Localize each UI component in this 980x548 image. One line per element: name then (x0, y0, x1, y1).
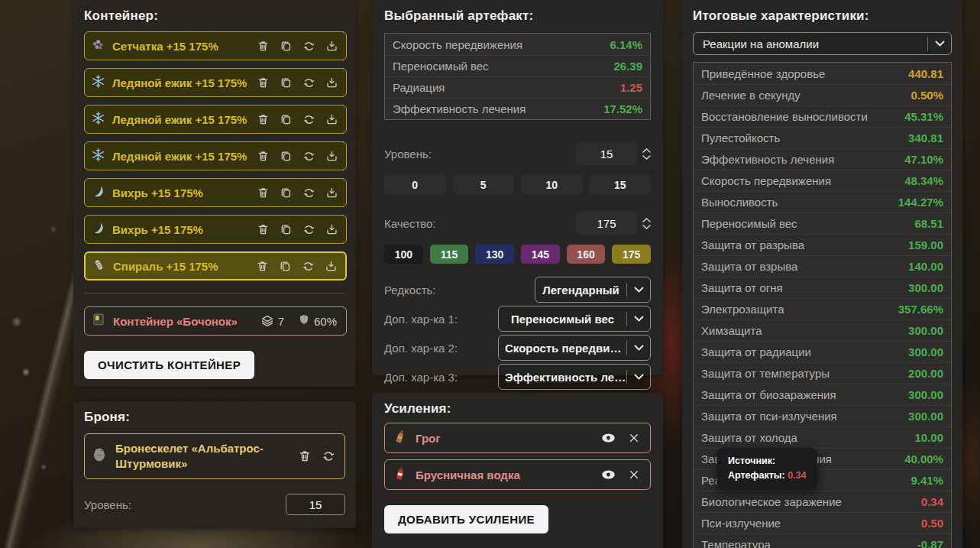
total-stat-row[interactable]: Биологическое заражение0.34 (694, 491, 951, 512)
boost-visibility-button[interactable] (601, 433, 616, 443)
reroll-artifact-button[interactable] (302, 260, 315, 273)
quality-option-button[interactable]: 145 (521, 245, 560, 264)
duplicate-artifact-button[interactable] (280, 186, 293, 199)
duplicate-artifact-button[interactable] (280, 76, 293, 89)
quality-option-button[interactable]: 115 (430, 245, 469, 264)
level-input[interactable]: 15 (576, 142, 637, 165)
quality-option-button[interactable]: 175 (612, 245, 651, 264)
total-stat-row[interactable]: Пси-излучение0.50 (694, 512, 951, 533)
container-panel: Контейнер: Сетчатка +15 175% Ледяной ежи… (73, 0, 356, 387)
armor-item[interactable]: Бронескелет «Альбатрос-Штурмовик» (84, 433, 345, 479)
extra-stat-1-select[interactable]: Переносимый вес (498, 306, 651, 332)
total-stat-row[interactable]: Химзащита300.00 (694, 319, 951, 341)
snowflake-artifact-icon (91, 148, 105, 165)
total-stat-row[interactable]: Лечение в секунду0.50% (694, 84, 951, 105)
delete-artifact-button[interactable] (257, 76, 270, 89)
level-option-button[interactable]: 15 (590, 175, 652, 194)
total-stat-row[interactable]: Переносимый вес68.51 (694, 212, 951, 234)
rarity-select[interactable]: Легендарный (535, 277, 651, 303)
boost-visibility-button[interactable] (601, 469, 616, 480)
spinner-down-icon[interactable] (642, 155, 651, 160)
reroll-artifact-button[interactable] (302, 113, 315, 126)
total-stat-row[interactable]: Пулестойкость340.81 (694, 127, 951, 148)
save-artifact-button[interactable] (325, 186, 338, 199)
artifact-item[interactable]: Ледяной ежик +15 175% (84, 105, 347, 134)
quality-option-button[interactable]: 160 (567, 245, 606, 264)
boost-remove-button[interactable] (629, 469, 639, 480)
delete-artifact-button[interactable] (257, 223, 270, 236)
quality-option-button[interactable]: 130 (475, 245, 514, 264)
clear-container-button[interactable]: ОЧИСТИТЬ КОНТЕЙНЕР (84, 351, 254, 379)
boost-remove-button[interactable] (629, 433, 639, 443)
extra-stat-2-select[interactable]: Скорость передви… (498, 335, 651, 361)
extra-stat-3-label: Доп. хар-ка 3: (384, 371, 458, 384)
reroll-artifact-button[interactable] (302, 223, 315, 236)
save-artifact-button[interactable] (325, 40, 338, 53)
category-select[interactable]: Реакции на аномалии (693, 32, 952, 55)
total-stat-row[interactable]: Защита от температуры200.00 (694, 362, 951, 384)
reroll-artifact-button[interactable] (302, 76, 315, 89)
add-boost-button[interactable]: ДОБАВИТЬ УСИЛЕНИЕ (384, 505, 548, 533)
total-stat-row[interactable]: Защита от разрыва159.00 (694, 234, 951, 255)
artifact-item[interactable]: Ледяной ежик +15 175% (84, 68, 347, 97)
total-stat-row[interactable]: Приведённое здоровье440.81 (694, 63, 951, 84)
duplicate-artifact-button[interactable] (280, 223, 293, 236)
duplicate-artifact-button[interactable] (280, 113, 293, 126)
armor-reroll-button[interactable] (322, 449, 335, 463)
save-artifact-button[interactable] (325, 76, 338, 89)
delete-artifact-button[interactable] (257, 186, 270, 199)
delete-artifact-button[interactable] (256, 260, 269, 273)
level-option-button[interactable]: 10 (521, 175, 583, 194)
total-stat-row[interactable]: Защита от пси-излучения300.00 (694, 405, 951, 426)
save-artifact-button[interactable] (325, 260, 338, 273)
total-stat-row[interactable]: Защита от огня300.00 (694, 277, 951, 298)
total-stat-row[interactable]: Температура-0.87 (694, 533, 951, 548)
quality-input[interactable]: 175 (576, 212, 637, 235)
delete-artifact-button[interactable] (257, 40, 270, 53)
artifact-item[interactable]: Сетчатка +15 175% (84, 31, 347, 60)
total-stat-row[interactable]: Защита от взрыва140.00 (694, 255, 951, 277)
level-option-button[interactable]: 5 (453, 175, 515, 194)
total-stat-row[interactable]: Защита от радиации300.00 (694, 341, 951, 362)
reroll-artifact-button[interactable] (302, 186, 315, 199)
selected-artifact-title: Выбранный артефакт: (384, 8, 651, 24)
save-artifact-button[interactable] (325, 113, 338, 126)
total-stat-row[interactable]: Эффективность лечения47.10% (694, 148, 951, 170)
quality-option-button[interactable]: 100 (384, 245, 423, 264)
total-stat-row[interactable]: Восстановление выносливости45.31% (694, 105, 951, 127)
level-option-button[interactable]: 0 (384, 175, 446, 194)
save-artifact-button[interactable] (325, 223, 338, 236)
spinner-up-icon[interactable] (642, 148, 651, 153)
close-icon (629, 469, 639, 480)
artifact-item[interactable]: Ледяной ежик +15 175% (84, 141, 347, 170)
duplicate-artifact-button[interactable] (280, 150, 293, 163)
artifact-item-selected[interactable]: Спираль +15 175% (84, 251, 347, 280)
spinner-down-icon[interactable] (642, 225, 651, 229)
reroll-artifact-button[interactable] (302, 40, 315, 53)
boost-item[interactable]: Грог (384, 423, 651, 453)
total-stat-row[interactable]: Защита от холода10.00 (694, 426, 951, 448)
stat-row: Скорость передвижения 6.14% (385, 34, 650, 55)
save-artifact-button[interactable] (325, 150, 338, 163)
artifact-item[interactable]: Вихрь +15 175% (84, 215, 347, 244)
extra-stat-3-select[interactable]: Эффективность ле… (498, 364, 651, 390)
delete-artifact-button[interactable] (257, 113, 270, 126)
retina-artifact-icon (91, 37, 105, 55)
armor-delete-button[interactable] (298, 449, 312, 463)
total-stat-row[interactable]: Выносливость144.27% (694, 191, 951, 212)
boost-name: Брусничная водка (416, 469, 520, 482)
boost-item[interactable]: Брусничная водка (384, 459, 651, 490)
armor-level-input[interactable]: 15 (286, 494, 345, 515)
divider (84, 293, 345, 293)
total-stat-row[interactable]: Скорость передвижения48.34% (694, 170, 951, 191)
total-stat-row[interactable]: Защита от биозаражения300.00 (694, 384, 951, 405)
total-stat-row[interactable]: Электрозащита357.66% (694, 298, 951, 319)
container-item[interactable]: Контейнер «Бочонок» 7 60% (84, 306, 347, 336)
spinner-up-icon[interactable] (642, 218, 651, 222)
stat-row: Эффективность лечения 17.52% (385, 98, 650, 119)
duplicate-artifact-button[interactable] (280, 40, 293, 53)
delete-artifact-button[interactable] (257, 150, 270, 163)
duplicate-artifact-button[interactable] (279, 260, 292, 273)
artifact-item[interactable]: Вихрь +15 175% (84, 178, 347, 207)
reroll-artifact-button[interactable] (302, 150, 315, 163)
